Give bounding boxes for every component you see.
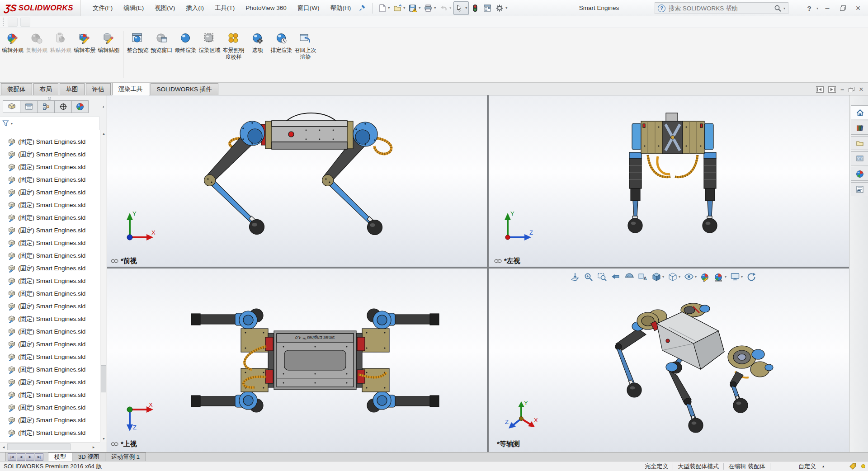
tree-item[interactable]: (固定) Smart Engines.sld bbox=[0, 351, 100, 363]
scene-illumination-proof-button[interactable]: 布景照明度校样 bbox=[222, 28, 245, 79]
chevron-down-icon[interactable]: ▾ bbox=[695, 275, 697, 279]
tree-item[interactable]: (固定) Smart Engines.sld bbox=[0, 313, 100, 325]
chevron-down-icon[interactable]: ▾ bbox=[662, 275, 664, 279]
viewport-front[interactable]: Y X *前视 bbox=[107, 95, 487, 267]
view-palette-button[interactable] bbox=[851, 151, 868, 165]
options-gear-button[interactable]: ▾ bbox=[494, 1, 509, 15]
tree-item[interactable]: (固定) Smart Engines.sld bbox=[0, 401, 100, 414]
caret-up-icon[interactable]: ▴ bbox=[822, 464, 824, 468]
section-view-button[interactable] bbox=[623, 271, 636, 283]
menu-item-0[interactable]: 文件(F) bbox=[87, 0, 118, 16]
chevron-down-icon[interactable]: ▾ bbox=[783, 6, 785, 10]
tree-filter-row[interactable]: ▾ bbox=[0, 117, 100, 130]
robot-model-isometric-view[interactable] bbox=[489, 268, 849, 452]
open-button[interactable]: ▾ bbox=[392, 1, 406, 15]
scroll-left-arrow[interactable]: ◂ bbox=[0, 443, 7, 451]
scrollbar-thumb[interactable] bbox=[7, 443, 71, 450]
edit-scene-button[interactable]: 编辑布景 bbox=[73, 28, 97, 79]
chevron-down-icon[interactable]: ▾ bbox=[741, 275, 743, 279]
tree-item[interactable]: (固定) Smart Engines.sld bbox=[0, 136, 100, 148]
panel-tab-featuremanager-tree[interactable] bbox=[3, 100, 20, 113]
interference-check-button[interactable] bbox=[470, 1, 481, 15]
tab-评估[interactable]: 评估 bbox=[86, 83, 111, 95]
scroll-up-arrow[interactable]: ▲ bbox=[100, 130, 107, 137]
tab-草图[interactable]: 草图 bbox=[60, 83, 85, 95]
tree-item[interactable]: (固定) Smart Engines.sld bbox=[0, 325, 100, 338]
previous-view-button[interactable] bbox=[609, 271, 623, 283]
sheet-tab-模型[interactable]: 模型 bbox=[48, 452, 72, 461]
tree-item[interactable]: (固定) Smart Engines.sld bbox=[0, 338, 100, 351]
tree-item[interactable]: (固定) Smart Engines.sld bbox=[0, 414, 100, 427]
custom-properties-button[interactable] bbox=[851, 182, 868, 196]
tree-item[interactable]: (固定) Smart Engines.sld bbox=[0, 287, 100, 300]
chevron-down-icon[interactable]: ▾ bbox=[449, 6, 451, 10]
chevron-down-icon[interactable]: ▾ bbox=[465, 6, 467, 10]
tree-item[interactable]: (固定) Smart Engines.sld bbox=[0, 376, 100, 389]
scroll-down-arrow[interactable]: ▼ bbox=[100, 435, 107, 442]
hide-show-items-button[interactable]: ▾ bbox=[682, 271, 698, 283]
status-custom-toolbar[interactable]: 自定义 bbox=[794, 462, 821, 471]
robot-model-left-view[interactable] bbox=[489, 95, 849, 267]
splitter-corner[interactable] bbox=[0, 452, 6, 461]
chevron-down-icon[interactable]: ▾ bbox=[725, 275, 726, 279]
tab-SOLIDWORKS 插件[interactable]: SOLIDWORKS 插件 bbox=[151, 83, 218, 95]
render-options-button[interactable]: 选项 bbox=[245, 28, 269, 79]
design-library-button[interactable] bbox=[851, 121, 868, 135]
document-tile-left-button[interactable] bbox=[816, 86, 824, 93]
save-button[interactable]: ▾ bbox=[407, 1, 422, 15]
toolbar-drag-handle[interactable] bbox=[2, 18, 5, 27]
appearances-scenes-button[interactable] bbox=[851, 167, 868, 181]
document-minimize-button[interactable]: – bbox=[840, 86, 844, 93]
tree-item[interactable]: (固定) Smart Engines.sld bbox=[0, 275, 100, 287]
sheet-tab-运动算例 1[interactable]: 运动算例 1 bbox=[105, 452, 146, 461]
next-sheet-button[interactable]: ▶ bbox=[26, 453, 34, 461]
tree-item[interactable]: (固定) Smart Engines.sld bbox=[0, 250, 100, 262]
viewport-top[interactable]: Smart Engines™ 4.0 bbox=[107, 268, 487, 452]
help-button[interactable]: ? bbox=[803, 2, 816, 14]
chevron-down-icon[interactable]: ▾ bbox=[11, 122, 13, 126]
last-sheet-button[interactable]: ▶| bbox=[35, 453, 43, 461]
tree-item[interactable]: (固定) Smart Engines.sld bbox=[0, 363, 100, 376]
prev-sheet-button[interactable]: ◀ bbox=[17, 453, 25, 461]
schedule-render-button[interactable]: 排定渲染 bbox=[269, 28, 293, 79]
select-cursor-button[interactable]: ▾ bbox=[453, 1, 469, 15]
menu-item-7[interactable]: 帮助(H) bbox=[325, 0, 357, 16]
solidworks-resources-button[interactable] bbox=[851, 105, 868, 119]
view-orientation-button[interactable]: ▾ bbox=[650, 271, 666, 283]
panel-expand-arrow[interactable]: › bbox=[100, 100, 106, 113]
document-close-button[interactable]: × bbox=[859, 85, 863, 94]
menu-item-6[interactable]: 窗口(W) bbox=[292, 0, 325, 16]
viewport-isometric[interactable]: A▾▾▾▾▾ Y X Z *等轴测 bbox=[489, 268, 849, 452]
search-input[interactable] bbox=[669, 5, 771, 12]
tab-渲染工具[interactable]: 渲染工具 bbox=[112, 83, 149, 95]
zoom-to-fit-button[interactable] bbox=[568, 271, 582, 283]
render-region-button[interactable]: 渲染区域 bbox=[198, 28, 222, 79]
scroll-right-arrow[interactable]: ▸ bbox=[90, 443, 97, 451]
tree-item[interactable]: (固定) Smart Engines.sld bbox=[0, 161, 100, 174]
scrollbar-thumb[interactable] bbox=[101, 365, 106, 392]
edit-appearance-button[interactable] bbox=[698, 271, 712, 283]
tree-horizontal-scrollbar[interactable]: ◂ ▸ bbox=[0, 442, 100, 451]
tree-item[interactable]: (固定) Smart Engines.sld bbox=[0, 224, 100, 237]
tree-item[interactable]: (固定) Smart Engines.sld bbox=[0, 199, 100, 212]
panel-tab-dimxpertmanager[interactable] bbox=[54, 100, 71, 113]
tree-item[interactable]: (固定) Smart Engines.sld bbox=[0, 186, 100, 199]
viewport-left[interactable]: Y Z *左视 bbox=[489, 95, 849, 267]
panel-tab-propertymanager[interactable] bbox=[20, 100, 37, 113]
panel-tab-configurationmanager[interactable] bbox=[37, 100, 54, 113]
sheet-tab-3D 视图[interactable]: 3D 视图 bbox=[72, 452, 105, 461]
chevron-down-icon[interactable]: ▾ bbox=[388, 6, 390, 10]
tree-item[interactable]: (固定) Smart Engines.sld bbox=[0, 174, 100, 186]
annotation-views-button[interactable]: A bbox=[636, 271, 650, 283]
menu-item-5[interactable]: PhotoView 360 bbox=[240, 0, 292, 16]
tree-item[interactable]: (固定) Smart Engines.sld bbox=[0, 212, 100, 224]
tree-item[interactable]: (固定) Smart Engines.sld bbox=[0, 389, 100, 401]
viewport-vertical-splitter[interactable] bbox=[487, 95, 489, 452]
edit-appearance-button[interactable]: 编辑外观 bbox=[1, 28, 25, 79]
menu-item-1[interactable]: 编辑(E) bbox=[118, 0, 149, 16]
panel-splitter-handle[interactable] bbox=[48, 97, 51, 100]
chevron-down-icon[interactable]: ▾ bbox=[816, 6, 818, 10]
minimize-button[interactable]: – bbox=[821, 2, 834, 14]
tab-布局[interactable]: 布局 bbox=[33, 83, 58, 95]
print-button[interactable]: ▾ bbox=[423, 1, 437, 15]
